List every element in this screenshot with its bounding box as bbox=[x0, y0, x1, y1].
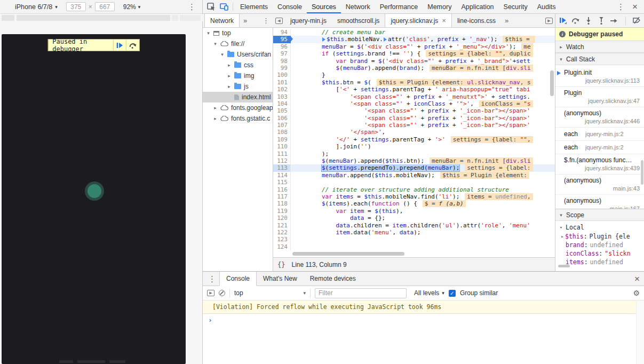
code-line[interactable]: 102 ['<' + settings.parentTag + ' aria-h… bbox=[273, 86, 555, 93]
navigator-kebab-icon[interactable]: ⋮ bbox=[259, 14, 273, 27]
console-settings-gear-icon[interactable]: ⚙ bbox=[633, 289, 640, 297]
code-line[interactable]: 95 $this.mobileNav.attr('class', prefix … bbox=[273, 36, 555, 43]
scope-variable[interactable]: iconClass:"slickn bbox=[559, 249, 644, 258]
line-number[interactable]: 117 bbox=[273, 193, 291, 200]
code-line[interactable]: 124 bbox=[273, 243, 555, 250]
scope-section-header[interactable]: ▾ Scope bbox=[555, 209, 644, 221]
resume-script-icon[interactable] bbox=[559, 17, 567, 25]
line-number[interactable]: 109 bbox=[273, 136, 291, 143]
line-number[interactable]: 105 bbox=[273, 107, 291, 114]
ruler-segment[interactable] bbox=[180, 15, 201, 21]
log-levels-select[interactable]: All levels ▾ bbox=[414, 289, 444, 297]
line-number[interactable]: 120 bbox=[273, 215, 291, 221]
line-number[interactable]: 122 bbox=[273, 229, 291, 236]
line-number[interactable]: 94 bbox=[273, 29, 291, 36]
code-line[interactable]: 116 // iterate over structure adding add… bbox=[273, 186, 555, 193]
close-tab-icon[interactable]: × bbox=[442, 17, 446, 24]
group-similar-checkbox[interactable]: ✓ bbox=[449, 290, 456, 297]
code-line[interactable]: 101 $this.btn = $($this = Plugin {elemen… bbox=[273, 79, 555, 86]
line-number[interactable]: 119 bbox=[273, 208, 291, 215]
code-line[interactable]: 110 ].join('') bbox=[273, 143, 555, 150]
ruler-segment[interactable] bbox=[17, 15, 170, 21]
code-line[interactable]: 120 data = {}; bbox=[273, 215, 555, 221]
drawer-tab-what-s-new[interactable]: What's New bbox=[257, 272, 304, 286]
line-number[interactable]: 111 bbox=[273, 151, 291, 157]
drawer-close-icon[interactable]: × bbox=[630, 274, 644, 283]
line-number[interactable]: 114 bbox=[273, 172, 291, 179]
code-line[interactable]: 97 if (settings.brand !== '') {settings … bbox=[273, 50, 555, 57]
tree-item-file-[interactable]: ▾file:// bbox=[203, 38, 273, 49]
code-line[interactable]: 123 bbox=[273, 236, 555, 243]
chevron-right-icon[interactable]: ▸ bbox=[560, 234, 565, 239]
devtools-close-icon[interactable]: × bbox=[628, 2, 642, 11]
navigator-tab-network[interactable]: Network bbox=[204, 14, 240, 27]
code-line[interactable]: 118 $(items).each(function () {$ = f (a,… bbox=[273, 200, 555, 207]
inspect-element-icon[interactable] bbox=[205, 1, 218, 13]
scope-variable[interactable]: items:undefined bbox=[559, 258, 644, 266]
line-number[interactable]: 101 bbox=[273, 79, 291, 86]
line-number[interactable]: 121 bbox=[273, 222, 291, 229]
file-tab-line-icons-css[interactable]: line-icons.css bbox=[452, 14, 501, 27]
line-number[interactable]: 98 bbox=[273, 58, 291, 65]
chevron-right-icon[interactable]: ▸ bbox=[213, 116, 218, 121]
hide-navigator-icon[interactable]: ◀ bbox=[273, 14, 285, 27]
line-number[interactable]: 113 bbox=[273, 164, 291, 171]
step-into-icon[interactable] bbox=[584, 17, 592, 25]
line-number[interactable]: 123 bbox=[273, 236, 291, 243]
drawer-tab-console[interactable]: Console bbox=[219, 272, 257, 286]
step-over-icon[interactable] bbox=[126, 39, 139, 51]
call-stack-section-header[interactable]: ▾ Call Stack bbox=[555, 53, 644, 65]
execution-context-select[interactable]: top ▾ bbox=[234, 289, 306, 297]
more-tabs-icon[interactable]: » bbox=[240, 14, 251, 27]
code-line[interactable]: 117 var items = $this.mobileNav.find('li… bbox=[273, 193, 555, 200]
device-toolbar-toggle-icon[interactable] bbox=[218, 1, 230, 13]
line-number[interactable]: 97 bbox=[273, 50, 291, 57]
line-number[interactable]: 110 bbox=[273, 143, 291, 150]
chevron-down-icon[interactable]: ▾ bbox=[213, 41, 218, 46]
clear-console-icon[interactable] bbox=[219, 290, 225, 296]
pretty-print-icon[interactable]: {} bbox=[277, 261, 285, 268]
file-tab-smoothscroll-js[interactable]: smoothscroll.js bbox=[332, 14, 385, 27]
devtools-kebab-icon[interactable]: ⋮ bbox=[614, 3, 628, 11]
more-file-tabs-icon[interactable]: » bbox=[501, 14, 512, 27]
show-debugger-sidebar-icon[interactable]: ▶ bbox=[543, 14, 555, 27]
code-line[interactable]: 106 '<span class="' + prefix + '_icon-ba… bbox=[273, 115, 555, 122]
line-number[interactable]: 124 bbox=[273, 243, 291, 250]
code-line[interactable]: 109 '</' + settings.parentTag + '>'setti… bbox=[273, 136, 555, 143]
chevron-right-icon[interactable]: ▸ bbox=[213, 105, 218, 110]
line-number[interactable]: 103 bbox=[273, 93, 291, 100]
watch-section-header[interactable]: ▸ Watch bbox=[555, 41, 644, 53]
console-violation-message[interactable]: [Violation] Forced reflow while executin… bbox=[203, 300, 644, 314]
chevron-right-icon[interactable]: ▸ bbox=[227, 73, 232, 78]
line-number[interactable]: 115 bbox=[273, 179, 291, 186]
code-line[interactable]: 111 ); bbox=[273, 151, 555, 157]
device-width-input[interactable] bbox=[66, 2, 86, 11]
tree-item-img[interactable]: ▸img bbox=[203, 70, 273, 81]
tree-item-css[interactable]: ▸css bbox=[203, 60, 273, 70]
step-over-icon[interactable] bbox=[571, 17, 579, 25]
chevron-right-icon[interactable]: ▸ bbox=[227, 84, 232, 89]
tab-application[interactable]: Application bbox=[456, 1, 498, 13]
file-tab-jquery-min-js[interactable]: jquery-min.js bbox=[285, 14, 332, 27]
tab-console[interactable]: Console bbox=[273, 1, 307, 13]
code-line[interactable]: 108 '</span>', bbox=[273, 129, 555, 136]
tab-security[interactable]: Security bbox=[499, 1, 532, 13]
device-zoom-select[interactable]: 92% ▾ bbox=[123, 3, 141, 11]
call-stack-frame[interactable]: $.fn.(anonymous func…jquery.slicknav.js:… bbox=[555, 154, 644, 175]
line-number[interactable]: 112 bbox=[273, 157, 291, 164]
tree-item-index-html[interactable]: index.html bbox=[203, 92, 273, 102]
step-out-icon[interactable] bbox=[598, 17, 606, 25]
call-stack-frame[interactable]: eachjquery-min.js:2 bbox=[555, 141, 644, 154]
line-number[interactable]: 108 bbox=[273, 129, 291, 136]
chevron-right-icon[interactable]: ▸ bbox=[227, 62, 232, 68]
chevron-down-icon[interactable]: ▾ bbox=[220, 52, 225, 57]
scope-hscrollbar[interactable] bbox=[558, 265, 570, 267]
deactivate-breakpoints-icon[interactable] bbox=[633, 17, 641, 25]
scope-local-header[interactable]: ▾ Local bbox=[559, 223, 644, 232]
tree-item-js[interactable]: ▸js bbox=[203, 81, 273, 92]
code-line[interactable]: 100 } bbox=[273, 72, 555, 78]
line-number[interactable]: 116 bbox=[273, 186, 291, 193]
code-lines[interactable]: 94 // create menu bar95 $this.mobileNav.… bbox=[273, 28, 555, 252]
break-location-marker[interactable] bbox=[384, 37, 387, 42]
code-line[interactable]: 114 menuBar.append($this.mobileNav);$thi… bbox=[273, 172, 555, 179]
